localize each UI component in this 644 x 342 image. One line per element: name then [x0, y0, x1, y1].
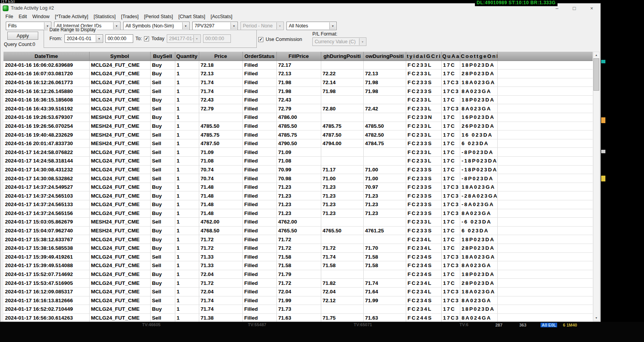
column-header-extra2[interactable]: QuAaCrn	[441, 52, 460, 61]
table-row[interactable]: 2024-01-16 19:40:48.232629MESH24_FUT_CME…	[3, 130, 593, 139]
table-row[interactable]: 2024-01-16 16:12:26.061773MCLG24_FUT_CME…	[3, 78, 593, 87]
cell-symbol: MCLG24_FUT_CME	[89, 148, 150, 157]
table-row[interactable]: 2024-01-17 14:37:24.565156MCLG24_FUT_CME…	[3, 209, 593, 218]
column-header-symbol[interactable]: Symbol	[89, 52, 150, 61]
table-row[interactable]: 2024-01-17 16:52:02.710449MCLG24_FUT_CME…	[3, 305, 593, 314]
table-row[interactable]: 2024-01-17 14:37:24.549527MCLG24_FUT_CME…	[3, 183, 593, 191]
scroll-up-icon[interactable]: ▲	[593, 52, 599, 58]
cell-buysell: Buy	[150, 183, 175, 191]
cell-fillprice: 72.43	[276, 95, 321, 104]
chevron-down-icon[interactable]: ▼	[113, 22, 120, 29]
bottom-stat: TV:46605	[142, 322, 161, 327]
table-row[interactable]: 2024-01-17 15:38:12.633767MCLG24_FUT_CME…	[3, 235, 593, 244]
close-button[interactable]: ×	[583, 3, 600, 13]
menu-accstats[interactable]: [AccStats]	[208, 14, 235, 20]
scrollbar-thumb[interactable]	[593, 58, 599, 91]
table-row[interactable]: 2024-01-17 15:39:49.419261MCLG24_FUT_CME…	[3, 252, 593, 261]
table-row[interactable]: 2024-01-16 19:26:56.070254MESH24_FUT_CME…	[3, 122, 593, 130]
cell-extra2: 17C	[441, 122, 460, 130]
table-row[interactable]: 2024-01-17 14:30:08.431232MCLG24_FUT_CME…	[3, 165, 593, 174]
cell-datetime: 2024-01-17 16:12:09.085317	[3, 287, 89, 296]
scroll-down-icon[interactable]: ▼	[593, 315, 599, 321]
column-header-high_during_position[interactable]: ghDuringPositi	[321, 52, 363, 61]
cell-fillprice: 71.63	[276, 313, 321, 322]
vertical-scrollbar[interactable]: ▲ ▼	[593, 52, 600, 321]
cell-high_during_position: 71.58	[321, 261, 363, 270]
log-type-select[interactable]: Fills ▼	[6, 22, 51, 30]
cell-price: 71.08	[199, 157, 242, 166]
chevron-down-icon[interactable]: ▼	[230, 22, 237, 29]
cell-extra1: FC233S	[406, 183, 441, 191]
table-row[interactable]: 2024-01-17 15:38:16.585538MCLG24_FUT_CME…	[3, 244, 593, 252]
app-icon[interactable]	[3, 5, 8, 11]
cell-extra3: -18P023DA	[460, 157, 497, 166]
table-row[interactable]: 2024-01-17 14:24:58.318144MCLG24_FUT_CME…	[3, 157, 593, 166]
cell-filler	[497, 191, 593, 200]
table-row[interactable]: 2024-01-17 16:16:13.812666MCLG24_FUT_CME…	[3, 296, 593, 305]
table-row[interactable]: 2024-01-17 16:12:09.085317MCLG24_FUT_CME…	[3, 287, 593, 296]
pl-format-label: P/L Format:	[312, 31, 337, 37]
table-row[interactable]: 2024-01-17 14:24:58.076822MCLG24_FUT_CME…	[3, 148, 593, 157]
table-row[interactable]: 2024-01-17 14:30:08.532862MCLG24_FUT_CME…	[3, 174, 593, 183]
from-time-input[interactable]	[105, 34, 133, 43]
table-row[interactable]: 2024-01-17 15:03:05.862679MESH24_FUT_CME…	[3, 218, 593, 227]
cell-extra2: 17C	[441, 95, 460, 104]
cell-price	[199, 113, 242, 122]
cell-extra1: FC233L	[406, 218, 441, 227]
cell-high_during_position: 71.23	[321, 200, 363, 209]
table-row[interactable]: 2024-01-16 16:36:15.185608MCLG24_FUT_CME…	[3, 95, 593, 104]
cell-symbol: MCLG24_FUT_CME	[89, 244, 150, 252]
chevron-down-icon[interactable]: ▼	[329, 22, 336, 29]
table-row[interactable]: 2024-01-16 16:43:39.516192MCLG24_FUT_CME…	[3, 104, 593, 113]
column-header-low_during_position[interactable]: owDuringPositi	[363, 52, 406, 61]
apply-button[interactable]: Apply	[7, 32, 38, 40]
menu-window[interactable]: Window	[30, 14, 52, 20]
menu-period-stats[interactable]: [Period Stats]	[141, 14, 176, 20]
cell-low_during_position: 4784.75	[363, 139, 406, 148]
table-row[interactable]: 2024-01-17 16:56:30.614263MCLG24_FUT_CME…	[3, 313, 593, 322]
column-header-datetime[interactable]: DateTime	[3, 52, 89, 61]
menu-trades[interactable]: [Trades]	[119, 14, 141, 20]
cell-extra1: FC234L	[406, 244, 441, 252]
column-header-extra3[interactable]: CoottgeOnIn	[460, 52, 497, 61]
column-header-buysell[interactable]: BuySell	[150, 52, 175, 61]
account-select[interactable]: 7PV3297 ▼	[192, 22, 238, 30]
table-row[interactable]: 2024-01-17 15:04:07.962740MESH24_FUT_CME…	[3, 226, 593, 235]
menu-trade-activity[interactable]: [*Trade Activity]	[52, 14, 91, 20]
column-header-fillprice[interactable]: FillPrice	[276, 52, 321, 61]
cell-price: 71.48	[199, 191, 242, 200]
cell-price: 71.72	[199, 235, 242, 244]
notes-select[interactable]: All Notes ▼	[286, 22, 337, 30]
column-header-extra1[interactable]: tyidalGCric	[406, 52, 441, 61]
column-header-quantity[interactable]: Quantity	[175, 52, 199, 61]
table-row[interactable]: 2024-01-16 19:26:53.679307MESH24_FUT_CME…	[3, 113, 593, 122]
column-header-price[interactable]: Price	[199, 52, 242, 61]
from-date-select[interactable]: 2024-01-01 ▼	[64, 34, 103, 43]
chevron-down-icon[interactable]: ▼	[96, 35, 102, 42]
use-commission-checkbox[interactable]: ✓	[258, 37, 263, 42]
table-row[interactable]: 2024-01-16 16:06:02.639689MCLG24_FUT_CME…	[3, 61, 593, 69]
menu-chart-stats[interactable]: [Chart Stats]	[176, 14, 208, 20]
table-row[interactable]: 2024-01-17 14:37:24.565103MCLG24_FUT_CME…	[3, 191, 593, 200]
menu-statistics[interactable]: [Statistics]	[91, 14, 119, 20]
table-row[interactable]: 2024-01-16 16:12:26.145880MCLG24_FUT_CME…	[3, 87, 593, 96]
symbols-select[interactable]: All Symbols (Non-Sim) ▼	[123, 22, 190, 30]
table-row[interactable]: 2024-01-16 20:01:47.833730MESH24_FUT_CME…	[3, 139, 593, 148]
cell-symbol: MCLG24_FUT_CME	[89, 305, 150, 314]
cell-datetime: 2024-01-16 16:36:15.185608	[3, 95, 89, 104]
table-row[interactable]: 2024-01-17 14:37:24.565133MCLG24_FUT_CME…	[3, 200, 593, 209]
cell-high_during_position: 72.22	[321, 69, 363, 78]
menu-edit[interactable]: Edit	[16, 14, 30, 20]
today-checkbox[interactable]: ✓	[144, 36, 149, 41]
column-header-orderstatus[interactable]: OrderStatus	[242, 52, 276, 61]
cell-extra2: 17C3	[441, 191, 460, 200]
table-row[interactable]: 2024-01-16 16:07:03.081720MCLG24_FUT_CME…	[3, 69, 593, 78]
chevron-down-icon[interactable]: ▼	[182, 22, 189, 29]
chevron-down-icon: ▼	[193, 35, 200, 42]
menu-file[interactable]: File	[3, 14, 16, 20]
maximize-button[interactable]: □	[566, 3, 583, 13]
table-row[interactable]: 2024-01-17 15:52:07.714692MCLG24_FUT_CME…	[3, 270, 593, 279]
table-row[interactable]: 2024-01-17 15:39:49.514088MCLG24_FUT_CME…	[3, 261, 593, 270]
table-row[interactable]: 2024-01-17 15:53:47.516905MCLG24_FUT_CME…	[3, 279, 593, 288]
cell-quantity: 1	[175, 122, 199, 130]
